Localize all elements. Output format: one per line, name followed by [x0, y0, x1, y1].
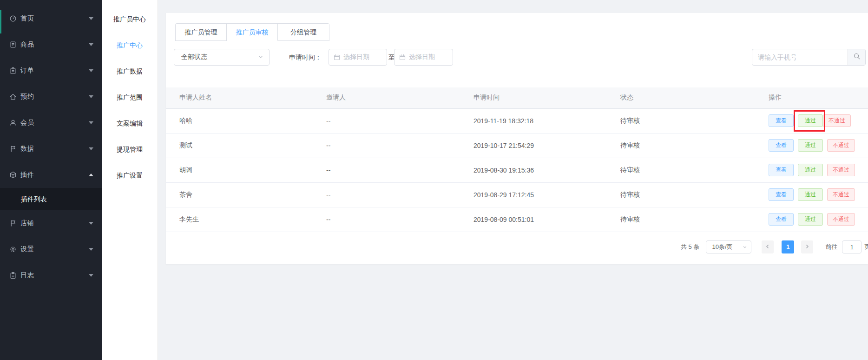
data-icon — [9, 145, 17, 153]
table-header-row: 申请人姓名 邀请人 申请时间 状态 操作 — [166, 87, 868, 108]
sidebar-item-label: 设置 — [20, 245, 34, 253]
approve-button[interactable]: 通过 — [798, 188, 823, 201]
applicant-name-cell: 胡词 — [166, 158, 326, 182]
reject-button[interactable]: 不通过 — [827, 164, 855, 176]
table-row: 茶舍 -- 2019-08-29 17:12:45 待审核 查看 通过 不通过 — [166, 182, 868, 207]
pagination-bar: 共 5 条 10条/页 1 前往 页 — [681, 240, 868, 253]
view-button[interactable]: 查看 — [769, 188, 794, 201]
inviter-cell: -- — [326, 133, 473, 158]
subsidebar-item-promo-scope[interactable]: 推广范围 — [102, 85, 158, 111]
tab-promoter-management[interactable]: 推广员管理 — [176, 24, 227, 41]
calendar-icon — [399, 54, 406, 60]
sidebar-subitem-plugin-list[interactable]: 插件列表 — [0, 188, 102, 210]
secondary-sidebar: 推广员中心 推广中心 推广数据 推广范围 文案编辑 提现管理 推广设置 — [102, 0, 158, 360]
search-icon — [853, 53, 861, 62]
sidebar-item-home[interactable]: 首页 — [0, 6, 102, 32]
search-button[interactable] — [848, 49, 865, 65]
active-indicator-bar — [0, 10, 1, 33]
prev-page-button[interactable] — [762, 240, 774, 253]
date-range-start-input[interactable]: 选择日期 — [329, 49, 387, 66]
chevron-left-icon — [765, 244, 770, 251]
approve-button[interactable]: 通过 — [798, 213, 823, 226]
inviter-cell: -- — [326, 182, 473, 207]
sidebar-item-orders[interactable]: 订单 — [0, 58, 102, 84]
chevron-down-icon — [89, 43, 93, 46]
total-count-label: 共 5 条 — [681, 243, 699, 251]
subsidebar-item-withdraw[interactable]: 提现管理 — [102, 137, 158, 163]
approve-button[interactable]: 通过 — [798, 139, 823, 152]
sidebar-item-label: 首页 — [20, 14, 34, 23]
view-button[interactable]: 查看 — [769, 164, 794, 176]
table-row: 哈哈 -- 2019-11-19 18:32:18 待审核 查看 通过 不通过 — [166, 108, 868, 133]
sidebar-item-label: 预约 — [20, 93, 34, 101]
apply-time-cell: 2019-10-17 21:54:29 — [473, 133, 620, 158]
apply-time-cell: 2019-08-09 00:51:01 — [473, 207, 620, 232]
chevron-down-icon — [89, 95, 93, 98]
app-canvas: 首页 商品 订单 预约 会员 — [0, 0, 868, 360]
reservation-icon — [9, 93, 17, 100]
phone-search-group — [752, 49, 866, 66]
approve-button[interactable]: 通过 — [798, 114, 823, 127]
apply-time-cell: 2019-08-30 19:15:36 — [473, 158, 620, 182]
approve-button[interactable]: 通过 — [798, 164, 823, 176]
reject-button[interactable]: 不通过 — [827, 188, 855, 201]
page-size-select[interactable]: 10条/页 — [706, 240, 751, 253]
sidebar-item-data[interactable]: 数据 — [0, 136, 102, 162]
view-button[interactable]: 查看 — [769, 139, 794, 152]
reject-button[interactable]: 不通过 — [823, 114, 851, 127]
subsidebar-item-promo-center[interactable]: 推广中心 — [102, 33, 158, 59]
search-input[interactable] — [752, 49, 848, 65]
dashboard-icon — [9, 15, 17, 22]
status-filter-select[interactable]: 全部状态 — [174, 49, 270, 66]
sidebar-item-goods[interactable]: 商品 — [0, 32, 102, 58]
members-icon — [9, 119, 17, 127]
reject-button[interactable]: 不通过 — [827, 139, 855, 152]
subsidebar-item-promo-data[interactable]: 推广数据 — [102, 59, 158, 85]
sidebar-item-settings[interactable]: 设置 — [0, 236, 102, 262]
col-status: 状态 — [620, 87, 769, 108]
applicant-name-cell: 测试 — [166, 133, 326, 158]
sidebar-item-logs[interactable]: 日志 — [0, 262, 102, 288]
col-applicant-name: 申请人姓名 — [166, 87, 326, 108]
sidebar-item-label: 日志 — [20, 271, 34, 280]
tab-bar: 推广员管理 推广员审核 分组管理 — [175, 23, 329, 41]
chevron-right-icon — [804, 244, 810, 251]
goto-page-input[interactable] — [842, 240, 861, 253]
secondary-sidebar-title: 推广员中心 — [102, 7, 158, 33]
goto-label: 前往 — [825, 243, 837, 251]
date-range-end-input[interactable]: 选择日期 — [394, 49, 453, 66]
chevron-down-icon — [89, 248, 93, 251]
tab-promoter-review[interactable]: 推广员审核 — [227, 24, 278, 41]
status-cell: 待审核 — [620, 207, 769, 232]
page-number-current[interactable]: 1 — [782, 240, 794, 253]
col-inviter: 邀请人 — [326, 87, 473, 108]
table-row: 胡词 -- 2019-08-30 19:15:36 待审核 查看 通过 不通过 — [166, 158, 868, 182]
next-page-button[interactable] — [801, 240, 813, 253]
inviter-cell: -- — [326, 158, 473, 182]
tab-group-management[interactable]: 分组管理 — [278, 24, 329, 41]
sidebar-item-reservation[interactable]: 预约 — [0, 84, 102, 110]
sidebar-item-shop[interactable]: 店铺 — [0, 210, 102, 236]
subsidebar-item-copy-edit[interactable]: 文案编辑 — [102, 111, 158, 137]
inviter-cell: -- — [326, 207, 473, 232]
applicant-name-cell: 哈哈 — [166, 108, 326, 133]
date-start-placeholder: 选择日期 — [343, 53, 369, 61]
view-button[interactable]: 查看 — [769, 213, 794, 226]
sidebar-item-label: 店铺 — [20, 219, 34, 227]
chevron-down-icon — [89, 17, 93, 20]
chevron-down-icon — [743, 244, 747, 251]
sidebar-item-plugins[interactable]: 插件 — [0, 162, 102, 188]
goods-icon — [9, 41, 17, 48]
settings-icon — [9, 246, 17, 253]
subsidebar-item-promo-settings[interactable]: 推广设置 — [102, 163, 158, 189]
date-end-placeholder: 选择日期 — [409, 53, 435, 61]
reject-button[interactable]: 不通过 — [827, 213, 855, 226]
sidebar-item-label: 商品 — [20, 40, 34, 49]
sidebar-item-label: 订单 — [20, 67, 34, 75]
plugins-icon — [9, 171, 17, 179]
applicant-name-cell: 李先生 — [166, 207, 326, 232]
applicant-name-cell: 茶舍 — [166, 182, 326, 207]
view-button[interactable]: 查看 — [769, 114, 794, 127]
page-size-value: 10条/页 — [712, 243, 732, 251]
sidebar-item-members[interactable]: 会员 — [0, 110, 102, 136]
